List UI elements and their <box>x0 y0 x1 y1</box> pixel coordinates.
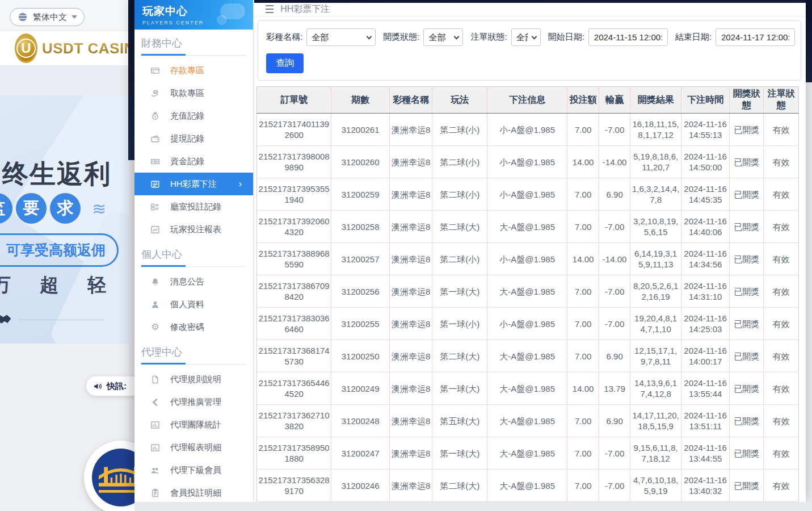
table-cell: 6,14,19,3,15,9,11,13 <box>630 243 681 275</box>
banner-badge: 要 <box>16 193 47 224</box>
start-date-input[interactable] <box>588 28 668 46</box>
clipboard-icon <box>150 488 160 498</box>
banner-badges: 监 要 求 ≋ <box>0 193 105 224</box>
column-header: 開獎狀態 <box>730 87 764 114</box>
share-icon <box>150 397 160 407</box>
table-cell: 3,2,10,8,19,5,6,15 <box>630 211 681 243</box>
handshake-icon <box>0 310 14 329</box>
table-cell: 澳洲幸运8 <box>390 211 432 243</box>
end-date-input[interactable] <box>716 28 795 46</box>
sidebar-item-funds-records[interactable]: 資金記錄 <box>139 150 249 173</box>
order-status-select[interactable]: 全部 <box>511 28 541 46</box>
table-cell: 已開獎 <box>730 178 764 211</box>
table-cell: 2024-11-16 14:25:03 <box>681 308 730 340</box>
language-label: 繁体中文 <box>33 12 67 23</box>
table-cell: 第二球(大) <box>432 340 487 372</box>
table-cell: 7.00 <box>567 275 599 308</box>
table-cell: 第二球(小) <box>432 146 487 178</box>
brand-coin-logo: U <box>15 33 37 63</box>
sidebar-item-label: 消息公告 <box>170 277 204 287</box>
table-cell: 31200248 <box>331 405 390 437</box>
hamburger-icon[interactable]: ☰ <box>264 4 274 15</box>
main-content: ☰ HH彩票下注 彩種名稱: 全部 開獎狀態: 全部 注單狀態: <box>254 0 806 502</box>
banner-headline: 终生返利 <box>2 157 111 192</box>
sidebar: 玩家中心 PLAYERS CENTER 財務中心 存款專區 取款專區 充值記錄 <box>134 0 254 502</box>
sidebar-item-agent-downline[interactable]: 代理下級會員 <box>139 459 249 481</box>
language-selector[interactable]: 繁体中文 <box>10 8 85 26</box>
sidebar-item-agent-report-detail[interactable]: 代理報表明細 <box>139 436 249 459</box>
table-cell: 小-A盤@1.985 <box>487 243 567 275</box>
table-cell: 第一球(小) <box>432 308 487 340</box>
table-cell: 31200257 <box>331 243 390 275</box>
bar-chart-icon <box>150 420 160 430</box>
search-button[interactable]: 查詢 <box>266 53 304 73</box>
table-cell: 2152173173589501880 <box>257 437 331 470</box>
table-cell: 2152173173654464520 <box>257 372 331 405</box>
table-cell: 14.00 <box>567 243 599 275</box>
table-row: 215217317368174573031200250澳洲幸运8第二球(大)大-… <box>257 340 799 372</box>
table-cell: 2024-11-16 14:50:00 <box>681 146 730 178</box>
promo-banner: 终生返利 监 要 求 ≋ 可享受高额返佣 万 超 轻 松 <box>0 95 129 344</box>
table-cell: 2024-11-16 14:34:56 <box>681 243 730 275</box>
sidebar-item-change-password[interactable]: ⚙ 修改密碼 <box>139 316 249 338</box>
table-cell: 2024-11-16 13:55:44 <box>681 372 730 405</box>
sidebar-item-agent-rules[interactable]: 代理規則說明 <box>139 368 249 391</box>
bottom-page-strip <box>134 502 812 511</box>
table-cell: 有效 <box>764 114 799 146</box>
bets-table: 訂單號 期數 彩種名稱 玩法 下注信息 投注額 輸贏 開獎結果 下注時間 開獎狀… <box>256 86 799 502</box>
sidebar-item-announcements[interactable]: 消息公告 <box>139 270 249 293</box>
sidebar-item-label: 提現記錄 <box>170 133 204 144</box>
sidebar-item-member-bet-detail[interactable]: 會員投註明細 <box>139 481 249 502</box>
table-cell: 8,20,5,2,6,12,16,19 <box>630 275 681 308</box>
sidebar-item-withdraw[interactable]: 取款專區 <box>139 82 249 104</box>
deposit-card-icon <box>150 66 160 76</box>
table-cell: 31200258 <box>331 211 390 243</box>
sidebar-item-profile[interactable]: 個人資料 <box>139 293 249 316</box>
table-cell: 2024-11-16 14:45:35 <box>681 178 730 211</box>
table-cell: 6.90 <box>599 340 630 372</box>
table-row: 215217317401139260031200261澳洲幸运8第二球(小)小-… <box>257 114 799 146</box>
sidebar-item-deposit[interactable]: 存款專區 <box>139 59 249 82</box>
sidebar-item-agent-promotion[interactable]: 代理推廣管理 <box>139 391 249 413</box>
sidebar-item-label: 取款專區 <box>170 88 204 99</box>
sidebar-item-agent-team-stats[interactable]: 代理團隊統計 <box>139 413 249 436</box>
table-cell: 19,20,4,8,14,7,1,10 <box>630 308 681 340</box>
sidebar-item-withdrawal-records[interactable]: 提現記錄 <box>139 127 249 150</box>
table-row: 215217317388968559031200257澳洲幸运8第二球(小)小-… <box>257 243 799 275</box>
table-cell: 2152173173980089890 <box>257 146 331 178</box>
sidebar-item-label: 資金記錄 <box>170 156 204 167</box>
table-cell: 澳洲幸运8 <box>390 437 432 470</box>
table-cell: -7.00 <box>599 114 630 146</box>
sidebar-item-recharge-records[interactable]: 充值記錄 <box>139 104 249 127</box>
table-cell: 大-A盤@1.985 <box>487 211 567 243</box>
sidebar-item-label: 玩家投注報表 <box>170 224 221 235</box>
table-cell: 有效 <box>764 146 799 178</box>
table-cell: 有效 <box>764 275 799 308</box>
table-cell: 已開獎 <box>730 114 764 146</box>
table-cell: 有效 <box>764 340 799 372</box>
draw-status-select[interactable]: 全部 <box>423 28 463 46</box>
sidebar-item-room-bet-records[interactable]: 廳室投註記錄 <box>139 195 249 218</box>
table-cell: 有效 <box>764 437 799 470</box>
table-cell: 大-A盤@1.985 <box>487 405 567 437</box>
money-bag-icon <box>150 111 160 121</box>
table-cell: 澳洲幸运8 <box>390 405 432 437</box>
table-cell: 小-A盤@1.985 <box>487 308 567 340</box>
table-cell: 已開獎 <box>730 275 764 308</box>
table-cell: 已開獎 <box>730 405 764 437</box>
order-status-label: 注單狀態: <box>470 32 507 43</box>
sidebar-item-label: 充值記錄 <box>170 111 204 122</box>
table-cell: 2024-11-16 13:51:11 <box>681 405 730 437</box>
caret-down-icon <box>71 15 77 19</box>
table-cell: 4,7,6,10,18,5,9,19 <box>630 470 681 502</box>
table-cell: 有效 <box>764 308 799 340</box>
sidebar-item-label: 會員投註明細 <box>170 488 221 499</box>
lottery-name-select[interactable]: 全部 <box>306 28 376 46</box>
table-cell: 5,19,8,18,6,11,20,7 <box>630 146 681 178</box>
sidebar-item-hh-lottery-bets[interactable]: HH彩票下注 <box>134 173 253 195</box>
sidebar-item-label: HH彩票下注 <box>170 179 217 190</box>
table-cell: 有效 <box>764 470 799 502</box>
table-cell: 2152173173627103820 <box>257 405 331 437</box>
background-dark-strip-left <box>128 0 134 160</box>
sidebar-item-player-bet-report[interactable]: 玩家投注報表 <box>139 218 249 241</box>
